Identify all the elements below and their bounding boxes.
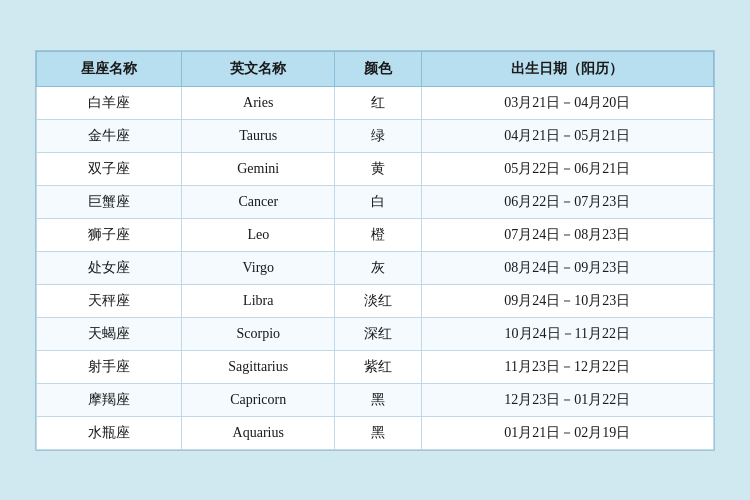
header-col-2: 颜色 xyxy=(335,51,421,86)
cell-4-0: 狮子座 xyxy=(37,218,182,251)
table-row: 摩羯座Capricorn黑12月23日－01月22日 xyxy=(37,383,714,416)
cell-0-0: 白羊座 xyxy=(37,86,182,119)
header-row: 星座名称英文名称颜色出生日期（阳历） xyxy=(37,51,714,86)
cell-9-0: 摩羯座 xyxy=(37,383,182,416)
cell-10-1: Aquarius xyxy=(182,416,335,449)
cell-5-0: 处女座 xyxy=(37,251,182,284)
table-header: 星座名称英文名称颜色出生日期（阳历） xyxy=(37,51,714,86)
table-row: 金牛座Taurus绿04月21日－05月21日 xyxy=(37,119,714,152)
cell-1-0: 金牛座 xyxy=(37,119,182,152)
cell-1-3: 04月21日－05月21日 xyxy=(421,119,713,152)
zodiac-table-wrapper: 星座名称英文名称颜色出生日期（阳历） 白羊座Aries红03月21日－04月20… xyxy=(35,50,715,451)
cell-8-1: Sagittarius xyxy=(182,350,335,383)
table-body: 白羊座Aries红03月21日－04月20日金牛座Taurus绿04月21日－0… xyxy=(37,86,714,449)
cell-5-1: Virgo xyxy=(182,251,335,284)
cell-2-1: Gemini xyxy=(182,152,335,185)
cell-5-2: 灰 xyxy=(335,251,421,284)
cell-7-2: 深红 xyxy=(335,317,421,350)
cell-3-0: 巨蟹座 xyxy=(37,185,182,218)
cell-7-0: 天蝎座 xyxy=(37,317,182,350)
cell-6-1: Libra xyxy=(182,284,335,317)
table-row: 天秤座Libra淡红09月24日－10月23日 xyxy=(37,284,714,317)
cell-10-3: 01月21日－02月19日 xyxy=(421,416,713,449)
cell-6-2: 淡红 xyxy=(335,284,421,317)
cell-4-2: 橙 xyxy=(335,218,421,251)
cell-4-1: Leo xyxy=(182,218,335,251)
cell-0-3: 03月21日－04月20日 xyxy=(421,86,713,119)
table-row: 双子座Gemini黄05月22日－06月21日 xyxy=(37,152,714,185)
cell-9-2: 黑 xyxy=(335,383,421,416)
cell-1-2: 绿 xyxy=(335,119,421,152)
cell-2-0: 双子座 xyxy=(37,152,182,185)
cell-8-3: 11月23日－12月22日 xyxy=(421,350,713,383)
header-col-0: 星座名称 xyxy=(37,51,182,86)
header-col-1: 英文名称 xyxy=(182,51,335,86)
cell-8-0: 射手座 xyxy=(37,350,182,383)
cell-8-2: 紫红 xyxy=(335,350,421,383)
cell-5-3: 08月24日－09月23日 xyxy=(421,251,713,284)
cell-7-3: 10月24日－11月22日 xyxy=(421,317,713,350)
table-row: 处女座Virgo灰08月24日－09月23日 xyxy=(37,251,714,284)
table-row: 天蝎座Scorpio深红10月24日－11月22日 xyxy=(37,317,714,350)
cell-7-1: Scorpio xyxy=(182,317,335,350)
zodiac-table: 星座名称英文名称颜色出生日期（阳历） 白羊座Aries红03月21日－04月20… xyxy=(36,51,714,450)
cell-0-2: 红 xyxy=(335,86,421,119)
header-col-3: 出生日期（阳历） xyxy=(421,51,713,86)
cell-3-2: 白 xyxy=(335,185,421,218)
cell-2-2: 黄 xyxy=(335,152,421,185)
cell-9-1: Capricorn xyxy=(182,383,335,416)
cell-10-2: 黑 xyxy=(335,416,421,449)
cell-6-3: 09月24日－10月23日 xyxy=(421,284,713,317)
cell-3-1: Cancer xyxy=(182,185,335,218)
cell-3-3: 06月22日－07月23日 xyxy=(421,185,713,218)
table-row: 射手座Sagittarius紫红11月23日－12月22日 xyxy=(37,350,714,383)
table-row: 巨蟹座Cancer白06月22日－07月23日 xyxy=(37,185,714,218)
cell-6-0: 天秤座 xyxy=(37,284,182,317)
cell-2-3: 05月22日－06月21日 xyxy=(421,152,713,185)
table-row: 白羊座Aries红03月21日－04月20日 xyxy=(37,86,714,119)
cell-1-1: Taurus xyxy=(182,119,335,152)
table-row: 水瓶座Aquarius黑01月21日－02月19日 xyxy=(37,416,714,449)
cell-9-3: 12月23日－01月22日 xyxy=(421,383,713,416)
cell-0-1: Aries xyxy=(182,86,335,119)
cell-10-0: 水瓶座 xyxy=(37,416,182,449)
table-row: 狮子座Leo橙07月24日－08月23日 xyxy=(37,218,714,251)
cell-4-3: 07月24日－08月23日 xyxy=(421,218,713,251)
